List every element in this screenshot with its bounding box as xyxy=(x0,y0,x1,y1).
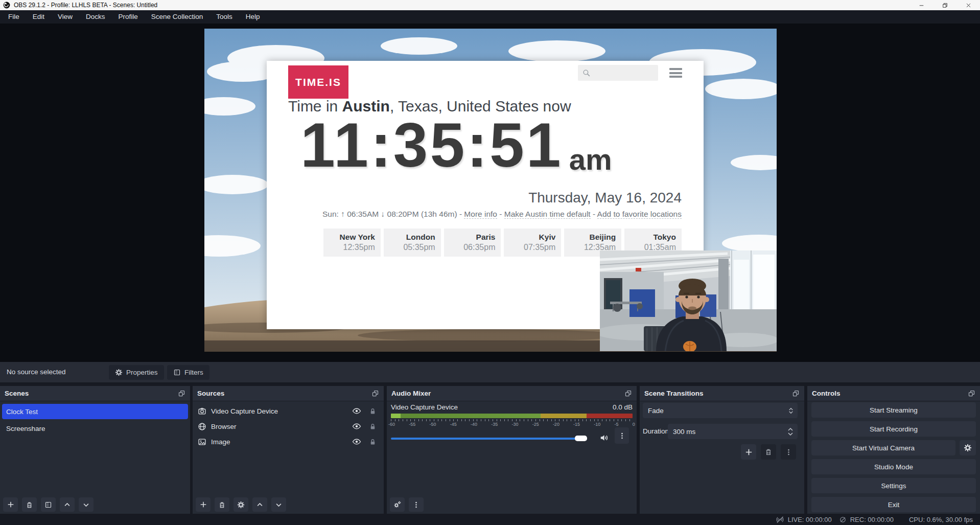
scene-up-button[interactable] xyxy=(60,497,75,512)
menu-file[interactable]: File xyxy=(2,10,26,24)
volume-slider[interactable] xyxy=(391,438,587,440)
record-icon xyxy=(839,516,847,523)
world-clock-tile: London05:35pm xyxy=(384,229,441,257)
scene-transitions-header: Scene Transitions xyxy=(640,386,804,401)
window-title: OBS 29.1.2 - Profile: LLHLS BETA - Scene… xyxy=(14,2,157,9)
properties-button[interactable]: Properties xyxy=(109,365,164,380)
maximize-button[interactable] xyxy=(933,0,956,10)
duration-spinbox[interactable]: 300 ms xyxy=(668,424,798,439)
popout-icon[interactable] xyxy=(968,390,975,397)
plus-icon xyxy=(7,500,15,509)
obs-logo-icon xyxy=(3,2,10,9)
speaker-icon[interactable] xyxy=(599,433,609,443)
close-button[interactable] xyxy=(956,0,980,10)
sources-toolbar xyxy=(196,497,286,512)
menu-docks[interactable]: Docks xyxy=(79,10,112,24)
dots-vertical-icon xyxy=(618,432,626,440)
popout-icon[interactable] xyxy=(178,390,185,397)
dots-vertical-icon xyxy=(412,501,420,509)
minimize-button[interactable] xyxy=(909,0,933,10)
lock-icon[interactable] xyxy=(369,423,377,430)
select-arrows-icon xyxy=(788,407,794,414)
remove-transition-button[interactable] xyxy=(761,444,776,460)
start-recording-button[interactable]: Start Recording xyxy=(811,421,976,437)
scenes-list: Clock Test Screenshare xyxy=(0,402,190,436)
audio-mixer-header: Audio Mixer xyxy=(387,386,637,401)
transition-select[interactable]: Fade xyxy=(643,403,798,418)
broadcast-icon xyxy=(776,515,784,524)
gear-icon xyxy=(115,369,123,376)
trash-icon xyxy=(764,448,773,456)
eye-icon[interactable] xyxy=(352,437,361,446)
transition-menu-button[interactable] xyxy=(781,444,796,460)
mixer-channel: Video Capture Device 0.0 dB xyxy=(391,403,633,411)
channel-level: 0.0 dB xyxy=(613,403,633,411)
menu-profile[interactable]: Profile xyxy=(112,10,145,24)
chevron-up-icon xyxy=(63,501,71,509)
filter-icon xyxy=(173,369,181,376)
sun-info-line: Sun: ↑ 06:35AM ↓ 08:20PM (13h 46m) - Mor… xyxy=(322,210,682,219)
popout-icon[interactable] xyxy=(792,390,800,397)
chevron-down-icon xyxy=(82,501,90,509)
mixer-menu-button[interactable] xyxy=(409,497,424,512)
source-row-browser[interactable]: Browser xyxy=(193,419,384,434)
source-up-button[interactable] xyxy=(252,497,267,512)
duration-label: Duration xyxy=(643,427,669,435)
sources-panel: Sources Video Capture Device Browser xyxy=(193,386,384,514)
add-source-button[interactable] xyxy=(196,497,211,512)
exit-button[interactable]: Exit xyxy=(811,497,976,512)
settings-button[interactable]: Settings xyxy=(811,478,976,493)
preview-canvas[interactable]: TIME.IS Time in Austin, Texas, United St… xyxy=(204,29,777,352)
scene-transitions-panel: Scene Transitions Fade Duration 300 ms xyxy=(640,386,804,514)
remove-source-button[interactable] xyxy=(215,497,229,512)
transitions-toolbar xyxy=(741,444,796,460)
audio-mixer-panel: Audio Mixer Video Capture Device 0.0 dB … xyxy=(387,386,637,514)
image-icon xyxy=(198,438,206,446)
remove-scene-button[interactable] xyxy=(22,497,37,512)
volume-slider-handle[interactable] xyxy=(575,436,587,441)
dots-vertical-icon xyxy=(785,448,792,456)
scene-filters-button[interactable] xyxy=(41,497,56,512)
advanced-audio-button[interactable] xyxy=(390,497,405,512)
popout-icon[interactable] xyxy=(624,390,632,397)
filters-button[interactable]: Filters xyxy=(167,365,209,380)
popout-icon[interactable] xyxy=(371,390,379,397)
menu-view[interactable]: View xyxy=(51,10,79,24)
scene-item-clock-test[interactable]: Clock Test xyxy=(2,404,188,419)
add-scene-button[interactable] xyxy=(3,497,18,512)
source-down-button[interactable] xyxy=(271,497,286,512)
start-streaming-button[interactable]: Start Streaming xyxy=(811,402,976,418)
double-gear-icon xyxy=(393,500,402,509)
menu-help[interactable]: Help xyxy=(239,10,267,24)
sources-header: Sources xyxy=(193,386,384,401)
scene-item-screenshare[interactable]: Screenshare xyxy=(2,421,188,436)
source-row-video-capture[interactable]: Video Capture Device xyxy=(193,403,384,419)
plus-icon xyxy=(199,500,207,509)
clock-time: 11:35:51 xyxy=(300,114,563,176)
title-bar: OBS 29.1.2 - Profile: LLHLS BETA - Scene… xyxy=(0,0,980,10)
lock-icon[interactable] xyxy=(369,407,377,415)
plus-icon xyxy=(744,448,753,456)
eye-icon[interactable] xyxy=(352,422,361,431)
scenes-header: Scenes xyxy=(0,386,190,401)
menu-edit[interactable]: Edit xyxy=(26,10,51,24)
source-properties-button[interactable] xyxy=(234,497,248,512)
menu-scene-collection[interactable]: Scene Collection xyxy=(145,10,209,24)
channel-menu-button[interactable] xyxy=(615,427,629,444)
source-row-image[interactable]: Image xyxy=(193,434,384,449)
current-date: Thursday, May 16, 2024 xyxy=(528,190,682,206)
menu-bar: File Edit View Docks Profile Scene Colle… xyxy=(0,10,980,24)
make-default-link: Make Austin time default xyxy=(504,210,591,219)
lock-icon[interactable] xyxy=(369,438,377,446)
eye-icon[interactable] xyxy=(352,406,361,416)
studio-mode-button[interactable]: Studio Mode xyxy=(811,459,976,474)
menu-tools[interactable]: Tools xyxy=(209,10,239,24)
scenes-toolbar xyxy=(3,497,94,512)
search-input xyxy=(578,65,658,81)
virtual-camera-config-button[interactable] xyxy=(960,440,976,455)
world-clock-tile: New York12:35pm xyxy=(323,229,381,257)
spinbox-arrows-icon[interactable] xyxy=(787,427,794,436)
add-transition-button[interactable] xyxy=(741,444,756,460)
start-virtual-camera-button[interactable]: Start Virtual Camera xyxy=(811,440,955,455)
scene-down-button[interactable] xyxy=(79,497,94,512)
